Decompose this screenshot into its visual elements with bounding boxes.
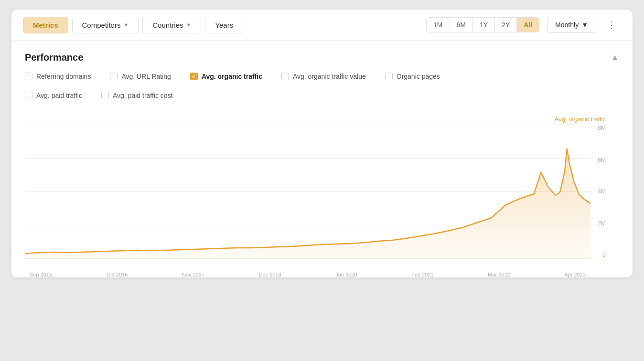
avg-paid-traffic-cost-label: Avg. paid traffic cost bbox=[113, 92, 173, 99]
checkbox-avg-url-rating[interactable] bbox=[110, 73, 118, 80]
x-label-jan2020: Jan 2020 bbox=[335, 272, 357, 277]
checkbox-avg-organic-traffic[interactable] bbox=[190, 73, 198, 80]
x-label-feb2021: Feb 2021 bbox=[411, 272, 433, 277]
avg-paid-traffic-label: Avg. paid traffic bbox=[36, 92, 82, 99]
chart-series-label: Avg. organic traffic bbox=[25, 116, 619, 123]
competitors-label: Competitors bbox=[82, 21, 121, 29]
performance-section: Performance ▲ Referring domains Avg. URL… bbox=[11, 41, 633, 107]
x-label-apr2023: Apr 2023 bbox=[564, 272, 586, 277]
collapse-button[interactable]: ▲ bbox=[611, 53, 619, 63]
time-btn-1m[interactable]: 1M bbox=[427, 18, 450, 32]
metric-referring-domains[interactable]: Referring domains bbox=[25, 73, 91, 80]
time-btn-6m[interactable]: 6M bbox=[450, 18, 473, 32]
metrics-row-1: Referring domains Avg. URL Rating Avg. o… bbox=[25, 73, 619, 88]
monthly-chevron-icon: ▼ bbox=[581, 21, 588, 29]
metrics-label: Metrics bbox=[33, 21, 58, 29]
x-label-nov2017: Nov 2017 bbox=[182, 272, 204, 277]
metric-avg-url-rating[interactable]: Avg. URL Rating bbox=[110, 73, 171, 80]
chart-svg bbox=[25, 125, 590, 258]
checkbox-avg-organic-traffic-value[interactable] bbox=[281, 73, 289, 80]
y-label-4m: 4M bbox=[598, 188, 606, 195]
avg-organic-traffic-value-label: Avg. organic traffic value bbox=[293, 73, 366, 80]
x-label-sep2015: Sep 2015 bbox=[30, 272, 52, 277]
time-range-group: 1M 6M 1Y 2Y All bbox=[426, 17, 539, 32]
y-label-8m: 8M bbox=[598, 125, 606, 131]
chart-inner bbox=[25, 125, 590, 258]
y-axis: 8M 6M 4M 2M 0 bbox=[598, 125, 606, 258]
y-label-2m: 2M bbox=[598, 220, 606, 227]
metrics-row-2: Avg. paid traffic Avg. paid traffic cost bbox=[25, 92, 619, 107]
years-label: Years bbox=[215, 21, 233, 29]
more-icon: ⋮ bbox=[607, 20, 616, 30]
chart-container: Avg. organic traffic 8M 6M 4M 2M 0 bbox=[11, 111, 633, 277]
countries-label: Countries bbox=[152, 21, 183, 29]
referring-domains-label: Referring domains bbox=[36, 73, 91, 80]
metric-avg-organic-traffic[interactable]: Avg. organic traffic bbox=[190, 73, 262, 80]
main-card: Metrics Competitors ▼ Countries ▼ Years … bbox=[11, 10, 633, 277]
checkbox-avg-paid-traffic[interactable] bbox=[25, 92, 32, 99]
monthly-button[interactable]: Monthly ▼ bbox=[547, 17, 596, 33]
performance-title: Performance bbox=[25, 52, 83, 63]
metric-avg-organic-traffic-value[interactable]: Avg. organic traffic value bbox=[281, 73, 366, 80]
organic-pages-label: Organic pages bbox=[397, 73, 440, 80]
x-label-oct2016: Oct 2016 bbox=[107, 272, 128, 277]
metric-avg-paid-traffic[interactable]: Avg. paid traffic bbox=[25, 92, 82, 99]
metric-organic-pages[interactable]: Organic pages bbox=[385, 73, 440, 80]
countries-chevron-icon: ▼ bbox=[186, 22, 191, 28]
y-label-6m: 6M bbox=[598, 157, 606, 163]
metric-avg-paid-traffic-cost[interactable]: Avg. paid traffic cost bbox=[101, 92, 173, 99]
avg-url-rating-label: Avg. URL Rating bbox=[121, 73, 171, 80]
avg-organic-traffic-label: Avg. organic traffic bbox=[202, 73, 262, 80]
x-label-mar2022: Mar 2022 bbox=[488, 272, 510, 277]
monthly-label: Monthly bbox=[555, 21, 579, 29]
chart-wrapper: 8M 6M 4M 2M 0 bbox=[25, 125, 619, 277]
checkbox-organic-pages[interactable] bbox=[385, 73, 393, 80]
years-tab[interactable]: Years bbox=[205, 17, 243, 33]
metrics-tab[interactable]: Metrics bbox=[23, 17, 68, 33]
performance-header: Performance ▲ bbox=[25, 52, 619, 63]
time-btn-1y[interactable]: 1Y bbox=[473, 18, 495, 32]
time-btn-all[interactable]: All bbox=[517, 18, 539, 32]
more-options-button[interactable]: ⋮ bbox=[602, 16, 621, 33]
competitors-tab[interactable]: Competitors ▼ bbox=[72, 17, 139, 33]
checkbox-avg-paid-traffic-cost[interactable] bbox=[101, 92, 109, 99]
toolbar: Metrics Competitors ▼ Countries ▼ Years … bbox=[11, 10, 633, 41]
x-axis: Sep 2015 Oct 2016 Nov 2017 Dec 2018 Jan … bbox=[25, 258, 590, 277]
countries-tab[interactable]: Countries ▼ bbox=[142, 17, 201, 33]
checkbox-referring-domains[interactable] bbox=[25, 73, 32, 80]
time-btn-2y[interactable]: 2Y bbox=[495, 18, 517, 32]
y-label-0: 0 bbox=[602, 252, 606, 258]
x-label-dec2018: Dec 2018 bbox=[259, 272, 281, 277]
competitors-chevron-icon: ▼ bbox=[123, 22, 129, 28]
